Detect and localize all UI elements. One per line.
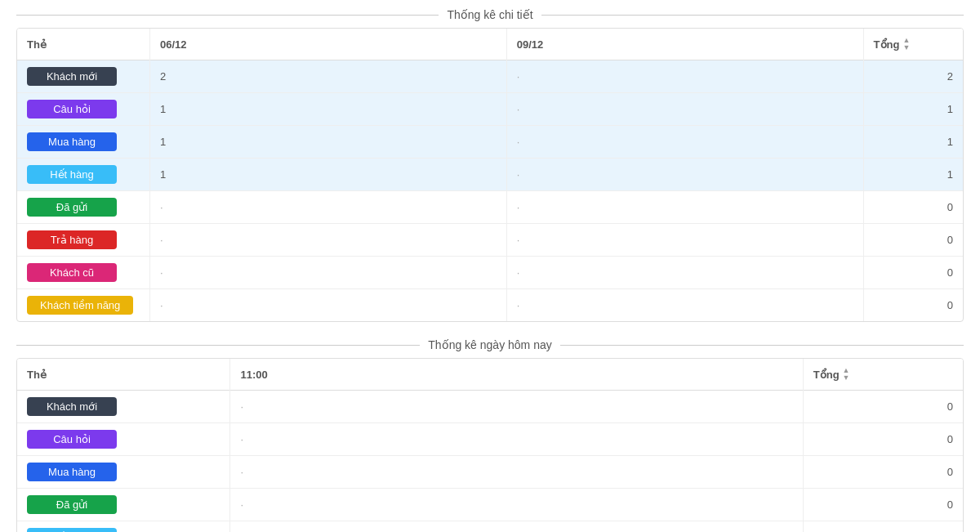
section-line-right-1: [541, 15, 964, 16]
tag-badge: Hết hàng: [27, 528, 117, 532]
cell-date2: ·: [506, 224, 863, 257]
cell-date2: ·: [506, 191, 863, 224]
cell-tong: 0: [863, 224, 963, 257]
th-the-2: Thẻ: [17, 359, 230, 391]
tag-badge: Khách cũ: [27, 263, 117, 282]
cell-tong: 0: [863, 289, 963, 322]
cell-tag: Khách mới: [17, 391, 230, 423]
section-chi-tiet: Thống kê chi tiết Thẻ 06/12 09/12 Tổng ▲: [16, 8, 964, 322]
cell-tag: Mua hàng: [17, 126, 150, 159]
cell-date1: ·: [150, 191, 507, 224]
section-title-1: Thống kê chi tiết: [439, 8, 541, 21]
section-line-left-2: [16, 345, 420, 346]
cell-tong: 1: [863, 93, 963, 126]
table-row: Trả hàng··0: [17, 224, 963, 257]
cell-tong: 0: [803, 391, 963, 423]
cell-date2: ·: [506, 93, 863, 126]
cell-date1: ·: [230, 489, 803, 521]
th-date2-1: 09/12: [506, 29, 863, 60]
tag-badge: Mua hàng: [27, 463, 117, 481]
table-chi-tiet-wrapper: Thẻ 06/12 09/12 Tổng ▲ ▼: [16, 28, 964, 322]
cell-date1: ·: [150, 289, 507, 322]
cell-date1: ·: [230, 423, 803, 456]
section-title-wrapper-1: Thống kê chi tiết: [16, 8, 964, 21]
sort-icon-2[interactable]: ▲ ▼: [843, 367, 850, 382]
table-row: Câu hỏi·0: [17, 423, 963, 456]
cell-date1: 1: [150, 159, 507, 191]
cell-tag: Hết hàng: [17, 521, 230, 533]
cell-date1: ·: [230, 391, 803, 423]
tag-badge: Đã gửi: [27, 198, 117, 217]
tbody-hom-nay: Khách mới·0Câu hỏi·0Mua hàng·0Đã gửi·0Hế…: [17, 391, 963, 533]
cell-tong: 0: [803, 521, 963, 533]
tag-badge: Khách mới: [27, 397, 117, 416]
cell-date1: 2: [150, 60, 507, 93]
cell-tag: Khách tiềm năng: [17, 289, 150, 322]
cell-tong: 0: [863, 257, 963, 289]
tag-badge: Mua hàng: [27, 132, 117, 151]
table-row: Câu hỏi1·1: [17, 93, 963, 126]
cell-tag: Khách cũ: [17, 257, 150, 289]
th-tong-1: Tổng ▲ ▼: [863, 29, 963, 60]
th-date1-2: 11:00: [230, 359, 803, 391]
cell-date1: ·: [150, 257, 507, 289]
section-line-left-1: [16, 15, 439, 16]
cell-tong: 0: [803, 456, 963, 489]
cell-tag: Câu hỏi: [17, 93, 150, 126]
tag-badge: Khách tiềm năng: [27, 296, 133, 315]
section-line-right-2: [560, 345, 964, 346]
table-row: Mua hàng·0: [17, 456, 963, 489]
table-row: Hết hàng1·1: [17, 159, 963, 191]
section-title-2: Thống kê ngày hôm nay: [420, 338, 559, 351]
cell-tag: Mua hàng: [17, 456, 230, 489]
cell-tong: 0: [863, 191, 963, 224]
cell-tag: Khách mới: [17, 60, 150, 93]
cell-date2: ·: [506, 289, 863, 322]
tag-badge: Đã gửi: [27, 495, 117, 514]
cell-date2: ·: [506, 60, 863, 93]
cell-date1: 1: [150, 93, 507, 126]
cell-tag: Hết hàng: [17, 159, 150, 191]
table-row: Khách tiềm năng··0: [17, 289, 963, 322]
table-hom-nay-header: Thẻ 11:00 Tổng ▲ ▼: [17, 359, 963, 391]
page-wrapper: Thống kê chi tiết Thẻ 06/12 09/12 Tổng ▲: [0, 0, 980, 532]
table-chi-tiet: Thẻ 06/12 09/12 Tổng ▲ ▼: [17, 29, 963, 321]
table-row: Mua hàng1·1: [17, 126, 963, 159]
tbody-chi-tiet: Khách mới2·2Câu hỏi1·1Mua hàng1·1Hết hàn…: [17, 60, 963, 322]
cell-date2: ·: [506, 257, 863, 289]
cell-date1: ·: [230, 521, 803, 533]
cell-tag: Đã gửi: [17, 191, 150, 224]
table-row: Khách cũ··0: [17, 257, 963, 289]
tag-badge: Câu hỏi: [27, 430, 117, 449]
section-title-wrapper-2: Thống kê ngày hôm nay: [16, 338, 964, 351]
table-row: Hết hàng·0: [17, 521, 963, 533]
cell-date1: ·: [150, 224, 507, 257]
table-row: Đã gửi·0: [17, 489, 963, 521]
table-row: Đã gửi··0: [17, 191, 963, 224]
table-hom-nay: Thẻ 11:00 Tổng ▲ ▼: [17, 359, 963, 532]
cell-tag: Đã gửi: [17, 489, 230, 521]
sort-icon-1[interactable]: ▲ ▼: [902, 37, 910, 51]
tag-badge: Câu hỏi: [27, 100, 117, 118]
tag-badge: Hết hàng: [27, 165, 117, 184]
tag-badge: Khách mới: [27, 67, 117, 86]
cell-date2: ·: [506, 126, 863, 159]
cell-tong: 0: [803, 489, 963, 521]
cell-tong: 0: [803, 423, 963, 456]
section-hom-nay: Thống kê ngày hôm nay Thẻ 11:00 Tổng ▲: [16, 338, 964, 532]
cell-tong: 1: [863, 159, 963, 191]
table-row: Khách mới·0: [17, 391, 963, 423]
table-chi-tiet-header: Thẻ 06/12 09/12 Tổng ▲ ▼: [17, 29, 963, 60]
cell-tag: Trả hàng: [17, 224, 150, 257]
th-tong-2: Tổng ▲ ▼: [803, 359, 963, 391]
cell-tag: Câu hỏi: [17, 423, 230, 456]
cell-date1: ·: [230, 456, 803, 489]
tag-badge: Trả hàng: [27, 230, 117, 249]
cell-date2: ·: [506, 159, 863, 191]
cell-tong: 2: [863, 60, 963, 93]
cell-tong: 1: [863, 126, 963, 159]
th-date1-1: 06/12: [150, 29, 507, 60]
th-the-1: Thẻ: [17, 29, 150, 60]
cell-date1: 1: [150, 126, 507, 159]
table-hom-nay-wrapper: Thẻ 11:00 Tổng ▲ ▼: [16, 358, 964, 532]
